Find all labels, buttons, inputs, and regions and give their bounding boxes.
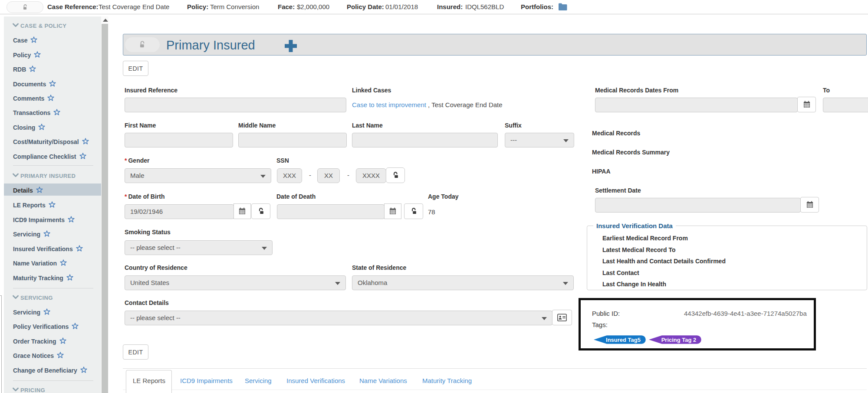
- svg-text:Insured Tag5: Insured Tag5: [606, 337, 641, 343]
- svg-text:Pricing Tag 2: Pricing Tag 2: [661, 337, 697, 343]
